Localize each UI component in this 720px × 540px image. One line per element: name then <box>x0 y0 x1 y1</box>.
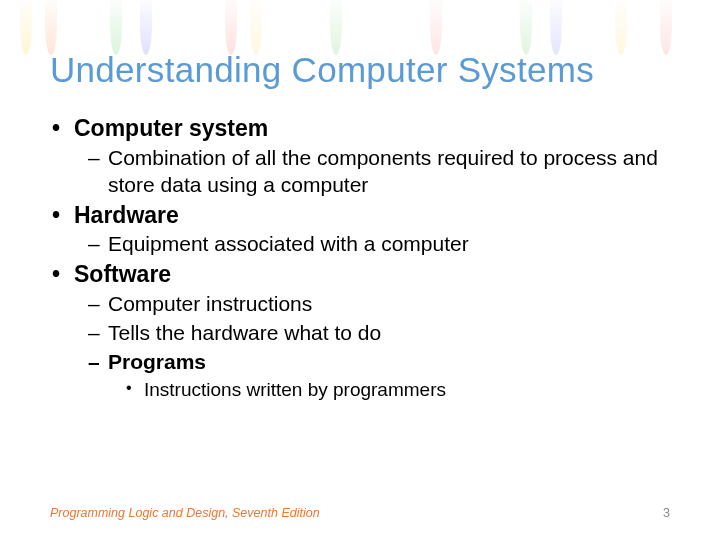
page-number: 3 <box>663 506 670 520</box>
bullet-level-1: Tells the hardware what to do <box>50 320 670 347</box>
slide-title: Understanding Computer Systems <box>0 0 720 100</box>
footer-text: Programming Logic and Design, Seventh Ed… <box>50 506 320 520</box>
bullet-level-1: Combination of all the components requir… <box>50 145 670 199</box>
slide-content: Computer system Combination of all the c… <box>0 100 720 402</box>
slide-footer: Programming Logic and Design, Seventh Ed… <box>0 506 720 520</box>
bullet-level-0: Hardware <box>50 201 670 230</box>
bullet-level-1-bold: Programs <box>50 349 670 376</box>
bullet-level-0: Software <box>50 260 670 289</box>
bullet-level-0: Computer system <box>50 114 670 143</box>
bullet-level-2: Instructions written by programmers <box>50 378 670 403</box>
bullet-level-1: Equipment associated with a computer <box>50 231 670 258</box>
bullet-list: Computer system Combination of all the c… <box>50 114 670 402</box>
bullet-level-1: Computer instructions <box>50 291 670 318</box>
